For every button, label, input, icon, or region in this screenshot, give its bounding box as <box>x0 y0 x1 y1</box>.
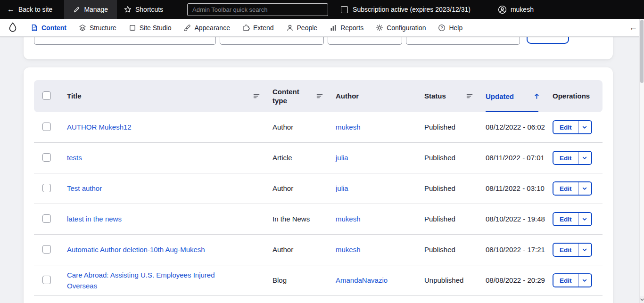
shortcuts-tab[interactable]: Shortcuts <box>117 0 170 19</box>
column-header-operations: Operations <box>553 91 603 101</box>
manage-label: Manage <box>84 6 108 13</box>
table-row: AUTHOR Mukesh12 Author mukesh Published … <box>34 112 603 143</box>
row-author-link[interactable]: mukesh <box>336 246 361 254</box>
row-title-link[interactable]: Automatic Author deletion-10th Aug-Mukes… <box>67 246 205 254</box>
edit-dropdown-toggle[interactable] <box>578 152 591 164</box>
user-name: mukesh <box>511 6 534 13</box>
gear-icon <box>376 24 383 32</box>
row-checkbox[interactable] <box>42 245 51 254</box>
menu-item-help[interactable]: ? Help <box>432 19 469 37</box>
admin-toolbar: ← Back to site Manage Shortcuts Subscrip… <box>0 0 644 19</box>
filter-input-1[interactable] <box>34 37 216 45</box>
menu-label-help: Help <box>449 24 462 32</box>
row-checkbox[interactable] <box>42 184 51 192</box>
menu-label-content: Content <box>41 24 66 32</box>
menu-item-reports[interactable]: Reports <box>323 19 370 37</box>
row-content-type: Author <box>272 244 336 255</box>
back-to-site-button[interactable]: ← Back to site <box>0 0 59 19</box>
edit-dropdown-toggle[interactable] <box>578 213 591 225</box>
edit-button[interactable]: Edit <box>553 152 578 164</box>
row-title-link[interactable]: Test author <box>67 184 102 192</box>
edit-dropdown-toggle[interactable] <box>578 274 591 287</box>
row-updated: 08/11/2022 - 07:01 <box>486 152 553 163</box>
user-icon <box>498 5 507 14</box>
scrollbar-thumb[interactable] <box>640 20 644 83</box>
sort-icon[interactable] <box>253 92 260 100</box>
edit-button[interactable]: Edit <box>553 213 578 225</box>
menu-label-extend: Extend <box>253 24 274 32</box>
row-status: Published <box>424 122 486 132</box>
row-author-link[interactable]: julia <box>336 154 348 162</box>
column-header-content-type[interactable]: Content type <box>272 87 336 106</box>
row-author-link[interactable]: AmandaNavazio <box>336 276 388 284</box>
menu-label-configuration: Configuration <box>387 24 426 32</box>
filter-input-4[interactable] <box>406 37 520 45</box>
row-title-link[interactable]: tests <box>67 154 82 162</box>
menu-item-people[interactable]: People <box>280 19 324 37</box>
edit-button[interactable]: Edit <box>553 244 578 256</box>
menu-item-content[interactable]: Content <box>25 19 73 37</box>
menu-item-extend[interactable]: Extend <box>236 19 280 37</box>
filter-input-2[interactable] <box>220 37 324 45</box>
filter-input-3[interactable] <box>328 37 402 45</box>
row-content-type: Blog <box>272 275 336 286</box>
admin-search-input[interactable] <box>187 3 328 16</box>
row-checkbox[interactable] <box>42 214 51 223</box>
menu-item-appearance[interactable]: Appearance <box>177 19 236 37</box>
edit-split-button: Edit <box>553 181 592 196</box>
column-header-updated[interactable]: Updated <box>486 80 553 112</box>
edit-button[interactable]: Edit <box>553 182 578 195</box>
row-author-link[interactable]: julia <box>336 184 348 192</box>
row-status: Published <box>424 244 486 255</box>
menu-label-site-studio: Site Studio <box>140 24 172 32</box>
row-updated: 08/12/2022 - 06:02 <box>486 122 553 132</box>
content-type-column-label: Content type <box>272 87 305 106</box>
sort-icon[interactable] <box>466 92 473 100</box>
appearance-icon <box>183 24 191 32</box>
row-updated: 08/10/2022 - 19:48 <box>486 213 553 224</box>
sort-asc-arrow-icon[interactable] <box>533 92 540 100</box>
row-checkbox[interactable] <box>42 276 51 284</box>
row-author-link[interactable]: mukesh <box>336 123 361 131</box>
row-content-type: Author <box>272 122 336 132</box>
row-checkbox[interactable] <box>42 123 51 131</box>
table-header-row: Title Content type Author Status <box>34 80 603 112</box>
edit-dropdown-toggle[interactable] <box>578 121 591 133</box>
column-header-title[interactable]: Title <box>67 91 272 101</box>
table-body: AUTHOR Mukesh12 Author mukesh Published … <box>34 112 603 296</box>
row-checkbox[interactable] <box>42 153 51 162</box>
user-menu[interactable]: mukesh <box>498 5 534 14</box>
subscription-checkbox[interactable] <box>341 6 348 13</box>
content-icon <box>31 24 38 32</box>
menu-item-structure[interactable]: Structure <box>73 19 123 37</box>
vertical-scrollbar[interactable] <box>639 19 644 303</box>
row-author-link[interactable]: mukesh <box>336 215 361 223</box>
row-title-link[interactable]: Care Abroad: Assisting U.S. Employees In… <box>67 271 215 290</box>
table-row: Care Abroad: Assisting U.S. Employees In… <box>34 265 603 296</box>
select-all-checkbox[interactable] <box>42 91 51 100</box>
scrollbar-down-button[interactable] <box>640 296 644 303</box>
column-header-author[interactable]: Author <box>336 91 424 101</box>
edit-dropdown-toggle[interactable] <box>578 244 591 256</box>
edit-button[interactable]: Edit <box>553 121 578 133</box>
edit-split-button: Edit <box>553 120 592 134</box>
manage-tab[interactable]: Manage <box>64 0 117 19</box>
edit-dropdown-toggle[interactable] <box>578 182 591 195</box>
filter-button[interactable] <box>527 37 569 44</box>
row-updated: 08/08/2022 - 20:29 <box>486 275 553 286</box>
shortcuts-label: Shortcuts <box>135 6 163 13</box>
row-title-link[interactable]: latest in the news <box>67 215 122 223</box>
admin-menu: Content Structure Site Studio Appearance <box>0 19 644 37</box>
title-column-label: Title <box>67 91 82 101</box>
drupal-logo-icon[interactable] <box>7 22 19 34</box>
menu-item-site-studio[interactable]: Site Studio <box>123 19 178 37</box>
updated-column-label: Updated <box>486 92 514 100</box>
column-header-status[interactable]: Status <box>424 91 486 101</box>
row-title-link[interactable]: AUTHOR Mukesh12 <box>67 123 132 131</box>
operations-column-label: Operations <box>553 91 590 101</box>
row-content-type: Article <box>272 152 336 163</box>
edit-button[interactable]: Edit <box>553 274 578 287</box>
sort-icon[interactable] <box>316 92 323 100</box>
menu-item-configuration[interactable]: Configuration <box>370 19 432 37</box>
back-to-site-label: Back to site <box>18 6 52 13</box>
